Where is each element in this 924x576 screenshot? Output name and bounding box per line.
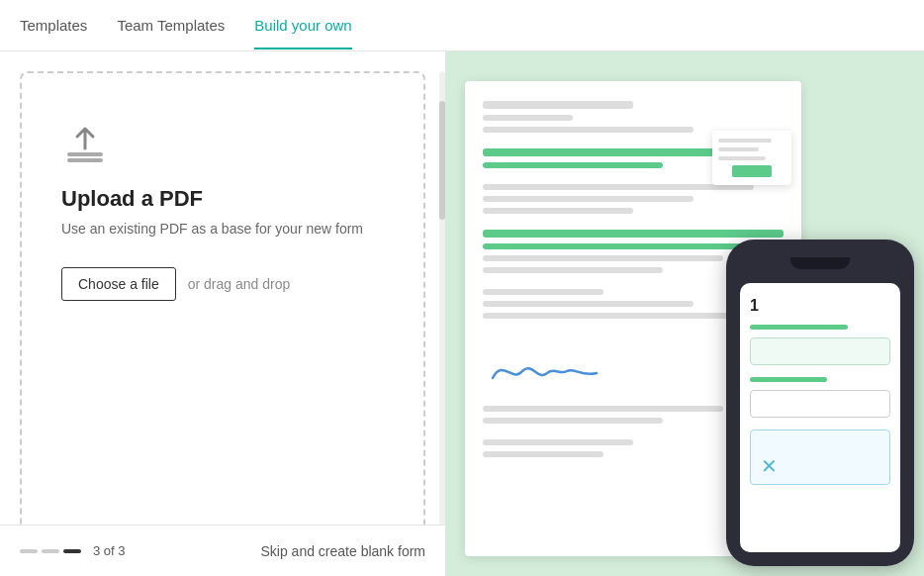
doc-line [483, 418, 663, 424]
phone-x-icon: ✕ [761, 454, 778, 478]
phone-input-1 [750, 337, 890, 365]
upload-actions: Choose a file or drag and drop [61, 267, 290, 301]
progress-label: 3 of 3 [93, 543, 126, 558]
progress-dot-1 [20, 549, 38, 553]
doc-line [483, 208, 633, 214]
doc-line [483, 301, 693, 307]
drag-drop-text: or drag and drop [188, 276, 291, 292]
skip-link[interactable]: Skip and create blank form [260, 543, 425, 559]
phone-green-bar [750, 325, 848, 330]
tab-build-your-own[interactable]: Build your own [254, 3, 351, 49]
choose-file-button[interactable]: Choose a file [61, 267, 176, 301]
progress-dot-3 [63, 549, 81, 553]
bottom-bar: 3 of 3 Skip and create blank form [0, 525, 445, 576]
doc-green-line [483, 162, 663, 168]
phone-green-bar-2 [750, 377, 827, 382]
doc-green-line [483, 148, 723, 156]
doc-line [483, 184, 754, 190]
doc-line [483, 439, 633, 445]
doc-line [483, 127, 693, 133]
svg-rect-1 [67, 158, 103, 162]
phone-signature-box: ✕ [750, 430, 890, 485]
tab-templates[interactable]: Templates [20, 3, 87, 49]
doc-line [483, 255, 723, 261]
upload-icon [61, 123, 109, 170]
doc-line [483, 289, 603, 295]
doc-card [712, 131, 791, 185]
phone-page-number: 1 [750, 297, 890, 315]
phone-screen: 1 ✕ [740, 283, 900, 552]
upload-box: Upload a PDF Use an existing PDF as a ba… [20, 71, 425, 536]
doc-line [483, 267, 663, 273]
doc-header-line [483, 101, 633, 109]
upload-subtitle: Use an existing PDF as a base for your n… [61, 220, 363, 240]
doc-line [483, 451, 603, 457]
right-panel: 1 ✕ [445, 51, 924, 576]
header: Templates Team Templates Build your own [0, 0, 924, 51]
doc-line [483, 115, 573, 121]
main-content: Upload a PDF Use an existing PDF as a ba… [0, 51, 924, 576]
phone-illustration: 1 ✕ [726, 240, 914, 566]
tab-team-templates[interactable]: Team Templates [117, 3, 225, 49]
left-panel: Upload a PDF Use an existing PDF as a ba… [0, 51, 445, 576]
phone-input-2 [750, 390, 890, 418]
upload-title: Upload a PDF [61, 186, 203, 212]
doc-card-button [732, 165, 773, 177]
svg-rect-0 [67, 152, 103, 156]
doc-green-line [483, 230, 784, 238]
phone-notch [790, 257, 850, 269]
progress-indicator: 3 of 3 [20, 543, 126, 558]
progress-dot-2 [42, 549, 59, 553]
doc-line [483, 196, 693, 202]
doc-line [483, 406, 723, 412]
